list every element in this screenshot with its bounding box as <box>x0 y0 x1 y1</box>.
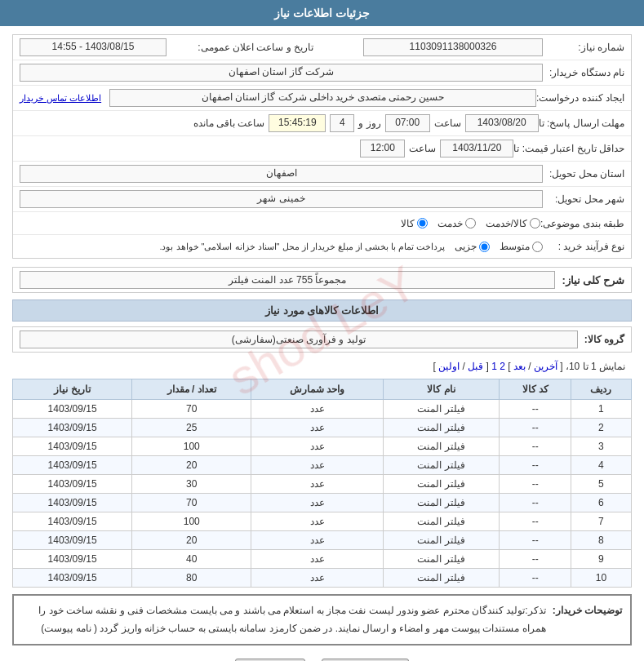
cell-tarikh: 1403/09/15 <box>13 456 132 475</box>
cell-vahed: عدد <box>251 437 384 456</box>
content-area: شماره نیاز: 1103091138000326 تاریخ و ساع… <box>0 26 644 661</box>
cell-tarikh: 1403/09/15 <box>13 400 132 419</box>
ijad-konande-label: ایجاد کننده درخواست: <box>536 92 624 104</box>
contact-link[interactable]: اطلاعات تماس خریدار <box>20 93 101 104</box>
pagination-row: نمایش 1 تا 10، [ آخرین / بعد ] 2 1 [ قبل… <box>12 357 632 375</box>
row-hadaghal: حداقل تاریخ اعتبار قیمت: تا 1403/11/20 س… <box>13 136 631 162</box>
cell-radif: 4 <box>571 456 631 475</box>
hadaghal-group: 1403/11/20 ساعت 12:00 <box>20 140 513 157</box>
radio-jazee-input[interactable] <box>479 242 490 252</box>
sharh-label: شرح کلی نیاز: <box>562 274 624 286</box>
table-row: 6--فیلتر المنتعدد701403/09/15 <box>13 494 632 512</box>
radio-motovaset-label: متوسط <box>500 241 530 252</box>
cell-name: فیلتر المنت <box>383 437 500 456</box>
last-link[interactable]: آخرین <box>534 361 557 372</box>
next-link[interactable]: بعد <box>513 361 526 372</box>
mohlat-label: مهلت ارسال پاسخ: تا <box>539 118 624 129</box>
page2-link[interactable]: 2 <box>500 361 505 372</box>
cell-vahed: عدد <box>251 531 384 550</box>
cell-tarikh: 1403/09/15 <box>13 512 132 531</box>
cell-radif: 3 <box>571 437 631 456</box>
nam-dastgah-value: شرکت گاز استان اصفهان <box>20 64 543 82</box>
cell-radif: 1 <box>571 400 631 419</box>
table-row: 9--فیلتر المنتعدد401403/09/15 <box>13 550 632 569</box>
cell-name: فیلتر المنت <box>383 475 500 494</box>
radio-kala-khadamat: کالا/خدمت <box>486 218 540 229</box>
cell-vahed: عدد <box>251 400 384 419</box>
tarikh-elan-label: تاریخ و ساعت اعلان عمومی: <box>167 42 313 53</box>
cell-tedad: 100 <box>132 437 251 456</box>
mohlat-saat-label: ساعت <box>434 118 461 129</box>
hadaghal-date: 1403/11/20 <box>440 140 513 157</box>
cell-tedad: 40 <box>132 550 251 569</box>
shahr-label: شهر محل تحویل: <box>543 193 624 205</box>
cell-tarikh: 1403/09/15 <box>13 419 132 437</box>
shomare-niaz-label: شماره نیاز: <box>543 42 624 53</box>
table-row: 1--فیلتر المنتعدد701403/09/15 <box>13 400 632 419</box>
hadaghal-saat-label: ساعت <box>409 143 436 154</box>
cell-kod: -- <box>500 512 571 531</box>
mohlat-countdown: 15:45:19 <box>269 114 326 132</box>
group-kala-value: تولید و فرآوری صنعتی(سفارشی) <box>20 330 578 348</box>
cell-vahed: عدد <box>251 494 384 512</box>
radio-khadamat-input[interactable] <box>465 218 476 228</box>
mohlat-time: 07:00 <box>385 114 430 132</box>
cell-tedad: 25 <box>132 419 251 437</box>
cell-kod: -- <box>500 531 571 550</box>
radio-khadamat-label: خدمت <box>437 218 463 229</box>
prev-link[interactable]: قبل <box>468 361 483 372</box>
table-row: 10--فیلتر المنتعدد801403/09/15 <box>13 569 632 588</box>
col-vahed: واحد شمارش <box>251 379 384 400</box>
notes-label: توضیحات خریدار: <box>553 602 622 620</box>
cell-kod: -- <box>500 437 571 456</box>
page-header: جزئیات اطلاعات نیاز <box>0 0 644 26</box>
ijad-konande-value: حسین رحمتی متصدی خرید داخلی شرکت گاز است… <box>109 89 536 107</box>
goods-table: ردیف کد کالا نام کالا واحد شمارش تعداد /… <box>12 379 632 588</box>
radio-motovaset-input[interactable] <box>532 242 543 252</box>
cell-name: فیلتر المنت <box>383 419 500 437</box>
cell-radif: 5 <box>571 475 631 494</box>
sharh-value: مجموعاً 755 عدد المنت فیلتر <box>20 271 555 289</box>
table-row: 4--فیلتر المنتعدد201403/09/15 <box>13 456 632 475</box>
row-shomare-tarikh: شماره نیاز: 1103091138000326 تاریخ و ساع… <box>13 35 631 60</box>
cell-kod: -- <box>500 550 571 569</box>
pagination-text: نمایش 1 تا 10، [ آخرین / بعد ] 2 1 [ قبل… <box>433 361 625 372</box>
ostan-value: اصفهان <box>20 165 543 183</box>
radio-kala-khadamat-input[interactable] <box>530 218 540 228</box>
cell-tarikh: 1403/09/15 <box>13 437 132 456</box>
first-link[interactable]: اولین <box>438 361 460 372</box>
cell-tedad: 30 <box>132 475 251 494</box>
cell-name: فیلتر المنت <box>383 456 500 475</box>
cell-name: فیلتر المنت <box>383 569 500 588</box>
table-row: 2--فیلتر المنتعدد251403/09/15 <box>13 419 632 437</box>
radio-jazee: جزیی <box>455 241 490 252</box>
purchase-type-group: متوسط جزیی پرداخت تمام با بخشی از مبلغ خ… <box>20 241 543 252</box>
notes-text: تذکر:تولید کنندگان محترم عضو وندور لیست … <box>22 602 546 637</box>
cell-radif: 9 <box>571 550 631 569</box>
sharh-row: شرح کلی نیاز: مجموعاً 755 عدد المنت فیلت… <box>12 267 632 293</box>
cell-name: فیلتر المنت <box>383 550 500 569</box>
radio-khadamat: خدمت <box>437 218 476 229</box>
mohlat-suffix: ساعت باقی مانده <box>193 118 265 129</box>
cell-name: فیلتر المنت <box>383 531 500 550</box>
radio-jazee-label: جزیی <box>455 241 477 252</box>
cell-vahed: عدد <box>251 569 384 588</box>
page1-link[interactable]: 1 <box>491 361 497 372</box>
tabaghe-label: طبقه بندی موضوعی: <box>540 218 624 229</box>
shahr-value: خمینی شهر <box>20 190 543 208</box>
cell-kod: -- <box>500 419 571 437</box>
table-row: 8--فیلتر المنتعدد201403/09/15 <box>13 531 632 550</box>
cell-vahed: عدد <box>251 550 384 569</box>
row-ijad-konande: ایجاد کننده درخواست: حسین رحمتی متصدی خر… <box>13 86 631 111</box>
col-kod: کد کالا <box>500 379 571 400</box>
cell-name: فیلتر المنت <box>383 494 500 512</box>
cell-kod: -- <box>500 456 571 475</box>
cell-tarikh: 1403/09/15 <box>13 494 132 512</box>
page-title: جزئیات اطلاعات نیاز <box>274 7 370 20</box>
cell-tedad: 70 <box>132 400 251 419</box>
radio-kala-input[interactable] <box>417 218 428 228</box>
row-tabaghe: طبقه بندی موضوعی: کالا/خدمت خدمت کالا <box>13 212 631 235</box>
cell-vahed: عدد <box>251 419 384 437</box>
cell-name: فیلتر المنت <box>383 400 500 419</box>
cell-tarikh: 1403/09/15 <box>13 531 132 550</box>
